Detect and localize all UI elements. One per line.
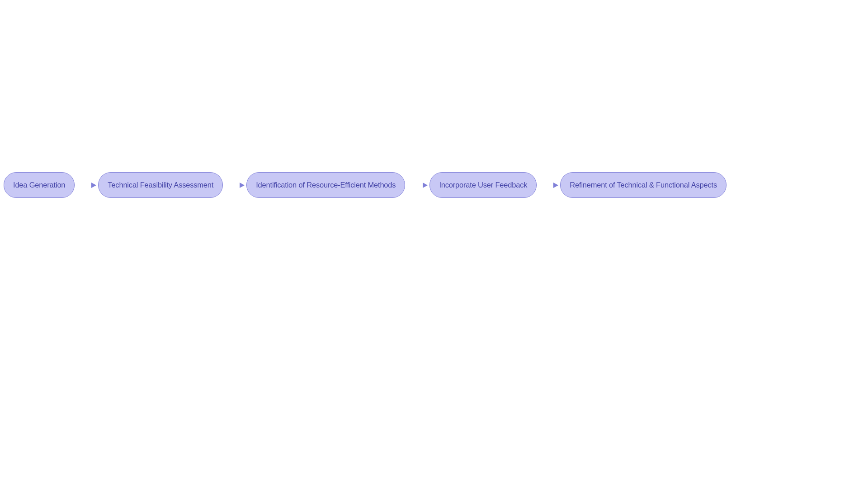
- flowchart-diagram: Idea Generation Technical Feasibility As…: [0, 172, 868, 198]
- node-label: Technical Feasibility Assessment: [108, 181, 213, 189]
- arrowhead-icon: [553, 183, 558, 188]
- node-technical-feasibility: Technical Feasibility Assessment: [98, 172, 223, 198]
- node-label: Identification of Resource-Efficient Met…: [256, 181, 396, 189]
- connector-arrow: [407, 183, 428, 188]
- connector-line: [538, 185, 554, 186]
- connector-arrow: [76, 183, 96, 188]
- arrowhead-icon: [423, 183, 428, 188]
- connector-line: [76, 185, 92, 186]
- node-label: Idea Generation: [13, 181, 65, 189]
- arrowhead-icon: [240, 183, 245, 188]
- node-idea-generation: Idea Generation: [4, 172, 75, 198]
- node-refinement: Refinement of Technical & Functional Asp…: [560, 172, 726, 198]
- node-resource-efficient-methods: Identification of Resource-Efficient Met…: [246, 172, 405, 198]
- node-user-feedback: Incorporate User Feedback: [429, 172, 537, 198]
- node-label: Incorporate User Feedback: [439, 181, 527, 189]
- arrowhead-icon: [91, 183, 96, 188]
- node-label: Refinement of Technical & Functional Asp…: [570, 181, 717, 189]
- connector-arrow: [538, 183, 558, 188]
- connector-line: [225, 185, 240, 186]
- connector-arrow: [225, 183, 245, 188]
- connector-line: [407, 185, 423, 186]
